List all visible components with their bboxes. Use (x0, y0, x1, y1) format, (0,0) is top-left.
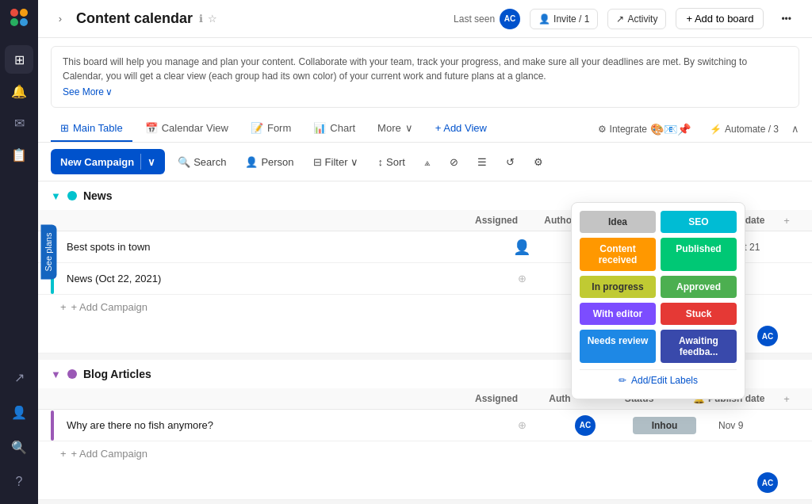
row-author[interactable]: AC (553, 415, 617, 436)
tab-calendar-view[interactable]: 📅 Calendar View (136, 116, 238, 142)
collapse-button[interactable]: › (51, 10, 70, 29)
tab-add-view[interactable]: + Add View (426, 116, 496, 142)
sort-button[interactable]: ↕ Sort (371, 152, 411, 172)
status-option-stuck[interactable]: Stuck (661, 303, 737, 325)
sidebar-item-grid[interactable]: ⊞ (5, 45, 33, 74)
status-option-seo[interactable]: SEO (661, 211, 737, 233)
person-filter-icon: 👤 (245, 156, 258, 168)
activity-icon: ↗ (616, 13, 624, 25)
section-divider (38, 500, 812, 504)
description-text: This board will help you manage and plan… (63, 56, 747, 82)
sidebar: ⊞ 🔔 ✉ 📋 ↗ 👤 🔍 ? See plans (0, 0, 38, 504)
sidebar-item-help[interactable]: ? (5, 468, 33, 496)
refresh-icon-button[interactable]: ↺ (500, 152, 521, 172)
status-dropdown[interactable]: Idea SEO Content received Published In p… (571, 202, 745, 399)
row-assigned[interactable]: ⊕ (490, 419, 553, 431)
table-icon: ⊞ (60, 122, 69, 134)
invite-button[interactable]: 👤 Invite / 1 (530, 9, 598, 29)
page-header: › Content calendar ℹ ☆ Last seen AC 👤 In… (38, 0, 812, 38)
settings-icon-button[interactable]: ⚙ (527, 152, 550, 172)
user-avatar: AC (500, 9, 520, 29)
add-campaign-blog[interactable]: + + Add Campaign (38, 441, 812, 466)
unlink-icon-button[interactable]: ⊘ (443, 152, 465, 172)
col-add-button[interactable]: + (774, 393, 799, 405)
table-row: Why are there no fish anymore? ⊕ AC Inho… (38, 410, 812, 441)
status-option-needs-review[interactable]: Needs review (580, 330, 656, 363)
add-edit-labels-button[interactable]: ✏ Add/Edit Labels (580, 369, 737, 391)
status-option-approved[interactable]: Approved (661, 276, 737, 298)
row-name[interactable]: News (Oct 22, 2021) (60, 269, 490, 288)
plus-icon: + (60, 301, 67, 313)
status-option-with-editor[interactable]: With editor (580, 303, 656, 325)
person-button[interactable]: 👤 Person (239, 152, 300, 172)
tab-chart[interactable]: 📊 Chart (304, 116, 365, 142)
sidebar-item-person[interactable]: 👤 (5, 398, 33, 426)
sidebar-item-arrow[interactable]: ↗ (5, 363, 33, 391)
chevron-down-icon-more: ∨ (405, 122, 413, 134)
info-icon[interactable]: ℹ (199, 13, 203, 25)
more-button[interactable]: ••• (773, 10, 799, 29)
integrate-button[interactable]: ⚙ Integrate 🎨📧📌 (592, 120, 697, 139)
status-option-idea[interactable]: Idea (580, 211, 656, 233)
star-icon[interactable]: ☆ (208, 13, 217, 25)
chevron-down-icon: ∨ (105, 85, 113, 99)
automate-button[interactable]: ⚡ Automate / 3 (703, 120, 785, 138)
see-more-link[interactable]: See More ∨ (63, 85, 787, 99)
group-title-blog: Blog Articles (83, 368, 151, 380)
form-icon: 📝 (251, 122, 263, 134)
link-icon-button[interactable]: ⟁ (418, 152, 437, 172)
sidebar-item-docs[interactable]: 📋 (5, 140, 33, 169)
filter-chevron: ∨ (350, 156, 358, 168)
col-assigned-header: Assigned (465, 388, 528, 409)
tab-main-table[interactable]: ⊞ Main Table (51, 116, 132, 142)
tabs-right: ⚙ Integrate 🎨📧📌 ⚡ Automate / 3 ∧ (592, 120, 799, 139)
rows-icon-button[interactable]: ☰ (471, 152, 493, 172)
author-avatar: AC (575, 415, 596, 436)
group-color-dot (67, 369, 77, 379)
col-name-header (60, 394, 465, 403)
view-tabs: ⊞ Main Table 📅 Calendar View 📝 Form 📊 Ch… (38, 116, 812, 143)
integrate-icon: ⚙ (598, 124, 607, 135)
sidebar-logo[interactable] (8, 6, 30, 31)
filter-button[interactable]: ⊟ Filter ∨ (307, 152, 366, 172)
col-add-button[interactable]: + (774, 215, 799, 227)
see-plans-tab[interactable]: See plans (41, 225, 57, 280)
new-campaign-button[interactable]: New Campaign ∨ (51, 149, 165, 174)
avatar-placeholder: AC (757, 326, 778, 346)
row-status: Inhou (617, 417, 712, 434)
add-assigned-icon: ⊕ (518, 419, 527, 431)
col-name-header (60, 216, 465, 225)
dropdown-arrow-icon: ∨ (147, 156, 155, 168)
last-seen-label: Last seen (454, 13, 495, 25)
svg-point-0 (10, 9, 18, 17)
sidebar-item-bell[interactable]: 🔔 (5, 77, 33, 105)
row-name[interactable]: Why are there no fish anymore? (60, 416, 490, 434)
invite-icon: 👤 (538, 13, 550, 25)
status-options-grid: Idea SEO Content received Published In p… (580, 211, 737, 363)
row-assigned[interactable]: ⊕ (490, 273, 553, 284)
tab-more[interactable]: More ∨ (368, 116, 423, 142)
row-name[interactable]: Best spots in town (60, 238, 490, 256)
plus-icon: + (60, 448, 67, 460)
svg-point-3 (20, 18, 28, 26)
search-button[interactable]: 🔍 Search (171, 152, 232, 172)
status-option-published[interactable]: Published (661, 238, 737, 271)
add-board-button[interactable]: + Add to board (676, 8, 764, 29)
row-assigned[interactable]: 👤 (490, 239, 553, 256)
sidebar-item-mail[interactable]: ✉ (5, 109, 33, 137)
status-option-in-progress[interactable]: In progress (580, 276, 656, 298)
page-title: Content calendar (76, 10, 193, 27)
status-option-awaiting-feedback[interactable]: Awaiting feedba... (661, 330, 737, 363)
header-icons: ℹ ☆ (199, 13, 217, 25)
sidebar-item-search[interactable]: 🔍 (5, 433, 33, 461)
group-collapse-icon: ▼ (51, 190, 61, 202)
chart-icon: 📊 (313, 122, 326, 134)
assigned-person-icon: 👤 (513, 239, 530, 256)
status-badge[interactable]: Inhou (633, 417, 696, 434)
activity-button[interactable]: ↗ Activity (607, 9, 666, 29)
tab-form[interactable]: 📝 Form (241, 116, 301, 142)
automate-icon: ⚡ (710, 124, 722, 135)
status-option-content-received[interactable]: Content received (580, 238, 656, 271)
collapse-icon[interactable]: ∧ (791, 123, 799, 135)
empty-row-blog: AC (38, 466, 812, 500)
